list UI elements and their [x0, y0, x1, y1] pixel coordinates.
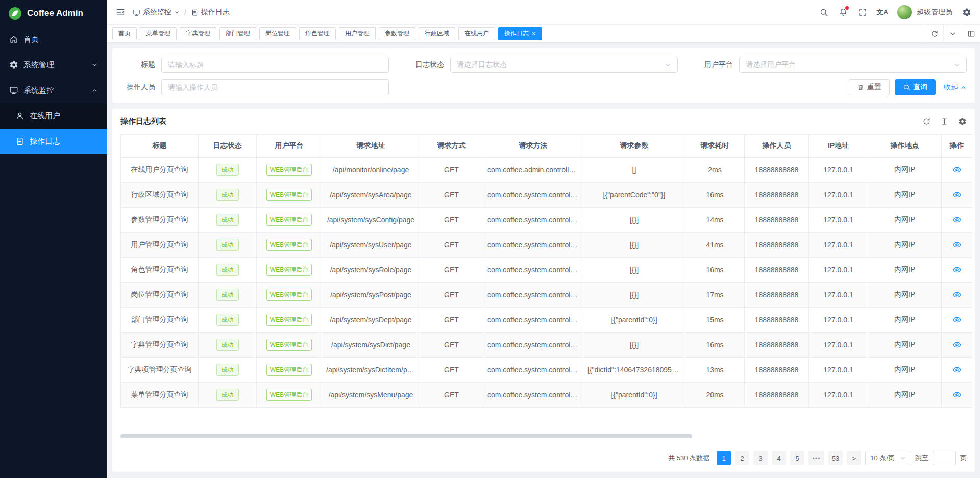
cell-action	[942, 383, 972, 408]
page-button-4[interactable]: 4	[772, 451, 786, 465]
row-height-icon[interactable]	[940, 117, 949, 126]
cell-request-url: /api/system/sysMenu/page	[322, 383, 420, 408]
jump-page-input[interactable]	[933, 451, 956, 465]
tab[interactable]: 用户管理	[339, 27, 376, 40]
username[interactable]: 超级管理员	[917, 8, 952, 17]
title-input[interactable]	[161, 57, 389, 73]
cell-location: 内网IP	[868, 383, 942, 408]
sidebar-item-label: 首页	[23, 35, 98, 44]
fullscreen-icon[interactable]	[857, 7, 868, 17]
page-button-3[interactable]: 3	[753, 451, 768, 465]
tab[interactable]: 字典管理	[180, 27, 216, 40]
panel-header: 操作日志列表	[112, 109, 975, 134]
view-detail-eye-icon[interactable]	[952, 365, 962, 374]
tab[interactable]: 角色管理	[299, 27, 336, 40]
topbar-actions: 文A 超级管理员	[819, 5, 972, 19]
sidebar-item-system-management[interactable]: 系统管理	[0, 52, 107, 78]
cell-request-params: [{}]	[583, 258, 685, 283]
platform-tag: WEB管理后台	[266, 164, 312, 176]
page-size-value: 10 条/页	[870, 454, 895, 463]
collapse-sidebar-icon[interactable]	[115, 7, 126, 17]
tab-close-icon[interactable]: ×	[532, 30, 536, 37]
view-detail-eye-icon[interactable]	[952, 340, 962, 349]
cell-request-method: GET	[420, 308, 483, 333]
tab-label: 字典管理	[186, 29, 210, 38]
tab-label: 角色管理	[305, 29, 330, 38]
page-button-1[interactable]: 1	[717, 451, 731, 465]
view-detail-eye-icon[interactable]	[952, 315, 962, 324]
reset-button[interactable]: 重置	[849, 79, 890, 95]
tab[interactable]: 参数管理	[379, 27, 415, 40]
page-button-5[interactable]: 5	[790, 451, 804, 465]
view-detail-eye-icon[interactable]	[952, 265, 962, 274]
cell-status: 成功	[199, 358, 257, 383]
tab[interactable]: 在线用户	[458, 27, 495, 40]
cell-title: 部门管理分页查询	[121, 308, 199, 333]
collapse-filters-button[interactable]: 收起	[944, 83, 967, 92]
user-platform-select[interactable]: 请选择用户平台	[739, 57, 967, 73]
cell-status: 成功	[199, 233, 257, 258]
column-header: 请求地址	[322, 135, 420, 158]
cell-action	[942, 208, 972, 233]
page-button-53[interactable]: 53	[828, 451, 843, 465]
view-detail-eye-icon[interactable]	[952, 290, 962, 299]
sidebar-item-online-users[interactable]: 在线用户	[0, 103, 107, 129]
tab[interactable]: 菜单管理	[140, 27, 177, 40]
table-row: 角色管理分页查询 成功 WEB管理后台 /api/system/sysRole/…	[121, 258, 972, 283]
cell-ip: 127.0.0.1	[809, 158, 868, 183]
column-settings-gear-icon[interactable]	[958, 117, 967, 126]
view-detail-eye-icon[interactable]	[952, 390, 962, 399]
pagination-ellipsis[interactable]: •••	[808, 451, 824, 465]
page-button-2[interactable]: 2	[735, 451, 749, 465]
horizontal-scrollbar[interactable]	[120, 434, 692, 438]
view-detail-eye-icon[interactable]	[952, 190, 962, 199]
cell-duration: 17ms	[685, 283, 745, 308]
cell-ip: 127.0.0.1	[809, 358, 868, 383]
search-button[interactable]: 查询	[895, 79, 936, 95]
language-switch-icon[interactable]: 文A	[877, 7, 888, 17]
cell-platform: WEB管理后台	[257, 183, 322, 208]
refresh-tabs-icon[interactable]	[925, 25, 943, 42]
view-detail-eye-icon[interactable]	[952, 165, 962, 174]
breadcrumb: 系统监控 / 操作日志	[133, 8, 230, 17]
log-status-select[interactable]: 请选择日志状态	[450, 57, 678, 73]
tab[interactable]: 首页	[112, 27, 137, 40]
operator-input[interactable]	[161, 79, 389, 95]
sidebar-item-system-monitoring[interactable]: 系统监控	[0, 78, 107, 103]
search-icon[interactable]	[819, 7, 829, 17]
tab[interactable]: 部门管理	[219, 27, 256, 40]
tab[interactable]: 岗位管理	[259, 27, 296, 40]
cell-title: 字典项管理分页查询	[121, 358, 199, 383]
tab[interactable]: 行政区域	[419, 27, 455, 40]
cell-duration: 16ms	[685, 183, 745, 208]
platform-tag: WEB管理后台	[266, 289, 312, 301]
next-page-button[interactable]: >	[847, 451, 861, 465]
user-icon	[15, 111, 24, 120]
status-tag: 成功	[216, 164, 239, 176]
notification-bell-icon[interactable]	[838, 7, 848, 17]
operation-log-table: 标题日志状态用户平台请求地址请求方式请求方法请求参数请求耗时操作人员IP地址操作…	[120, 134, 972, 408]
cell-location: 内网IP	[868, 233, 942, 258]
refresh-table-icon[interactable]	[922, 117, 931, 126]
sidebar-item-home[interactable]: 首页	[0, 27, 107, 52]
view-detail-eye-icon[interactable]	[952, 215, 962, 224]
sidebar-item-operation-log[interactable]: 操作日志	[0, 129, 107, 154]
cell-platform: WEB管理后台	[257, 208, 322, 233]
layout-settings-icon[interactable]	[962, 25, 980, 42]
cell-title: 参数管理分页查询	[121, 208, 199, 233]
cell-request-method: GET	[420, 258, 483, 283]
user-avatar[interactable]	[897, 5, 912, 19]
breadcrumb-parent[interactable]: 系统监控	[133, 8, 180, 17]
view-detail-eye-icon[interactable]	[952, 240, 962, 249]
page-size-select[interactable]: 10 条/页	[865, 451, 911, 465]
cell-operator: 18888888888	[745, 233, 809, 258]
settings-gear-icon[interactable]	[962, 7, 972, 17]
tab[interactable]: 操作日志 ×	[498, 27, 542, 40]
cell-request-function: com.coffee.system.controlle...	[483, 333, 583, 358]
cell-action	[942, 158, 972, 183]
cell-request-method: GET	[420, 158, 483, 183]
status-tag: 成功	[216, 189, 239, 201]
panel-title: 操作日志列表	[120, 117, 166, 127]
tab-menu-chevron-icon[interactable]	[943, 25, 962, 42]
cell-duration: 41ms	[685, 233, 745, 258]
